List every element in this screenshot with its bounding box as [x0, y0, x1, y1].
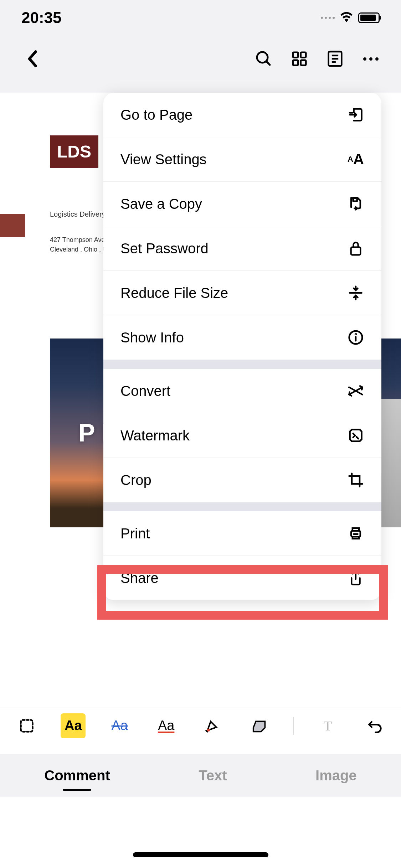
text-size-icon: AA [347, 151, 364, 168]
menu-print[interactable]: Print [103, 511, 381, 556]
undo-button[interactable] [362, 713, 387, 738]
svg-point-13 [355, 334, 356, 335]
back-button[interactable] [21, 48, 43, 69]
status-time: 20:35 [21, 9, 62, 27]
red-accent [0, 214, 25, 237]
menu-go-to-page[interactable]: Go to Page [103, 93, 381, 137]
outline-button[interactable] [326, 50, 344, 68]
save-icon [347, 195, 364, 212]
lock-icon [347, 240, 364, 257]
menu-view-settings[interactable]: View Settings AA [103, 137, 381, 182]
menu-show-info[interactable]: Show Info [103, 315, 381, 360]
strikethrough-tool[interactable]: Aa [107, 713, 132, 738]
svg-rect-16 [21, 720, 33, 732]
signal-dots [321, 17, 335, 19]
wifi-icon [340, 12, 353, 24]
menu-save-copy[interactable]: Save a Copy [103, 182, 381, 226]
status-bar: 20:35 [0, 0, 401, 36]
svg-point-17 [207, 729, 210, 732]
home-indicator[interactable] [133, 852, 268, 857]
select-tool[interactable] [14, 713, 39, 738]
menu-reduce-file-size[interactable]: Reduce File Size [103, 271, 381, 315]
svg-rect-2 [301, 52, 306, 58]
svg-rect-4 [301, 60, 306, 66]
menu-convert[interactable]: Convert [103, 369, 381, 413]
annotation-toolbar: Aa Aa Aa T [0, 708, 401, 743]
info-icon [347, 329, 364, 346]
tab-text[interactable]: Text [188, 760, 237, 791]
tab-comment[interactable]: Comment [34, 760, 120, 791]
underline-tool[interactable]: Aa [154, 713, 179, 738]
menu-watermark[interactable]: Watermark [103, 413, 381, 458]
compress-icon [347, 284, 364, 301]
options-menu: Go to Page View Settings AA Save a Copy … [103, 93, 381, 600]
doc-subtitle: Logistics Delivery S [50, 210, 112, 218]
crop-icon [347, 471, 364, 489]
annotation-highlight [97, 565, 388, 620]
svg-rect-3 [293, 60, 298, 66]
eraser-tool[interactable] [247, 713, 272, 738]
menu-crop[interactable]: Crop [103, 458, 381, 502]
menu-divider [103, 502, 381, 511]
menu-divider [103, 360, 381, 369]
watermark-icon [347, 427, 364, 444]
menu-set-password[interactable]: Set Password [103, 226, 381, 271]
status-icons [321, 12, 380, 24]
svg-rect-1 [293, 52, 298, 58]
convert-icon [347, 382, 364, 399]
bottom-tabs: Comment Text Image [0, 754, 401, 797]
grid-button[interactable] [291, 50, 308, 68]
svg-rect-10 [351, 247, 361, 255]
top-nav [0, 36, 401, 82]
doc-logo: LDS [50, 135, 98, 168]
more-button[interactable] [362, 50, 380, 68]
text-tool[interactable]: T [315, 713, 340, 738]
go-to-page-icon [347, 106, 364, 123]
pen-tool[interactable] [200, 713, 225, 738]
svg-rect-9 [353, 198, 357, 201]
print-icon [347, 525, 364, 542]
highlight-tool[interactable]: Aa [61, 713, 86, 738]
battery-icon [358, 12, 380, 23]
tab-image[interactable]: Image [305, 760, 367, 791]
search-button[interactable] [255, 50, 273, 68]
